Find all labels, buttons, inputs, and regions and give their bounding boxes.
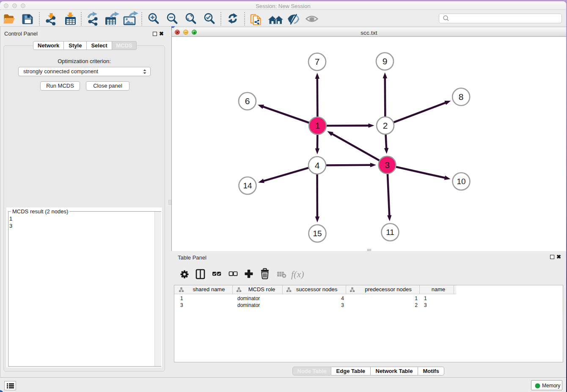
svg-text:4: 4 — [315, 160, 320, 170]
svg-text:2: 2 — [383, 121, 388, 130]
svg-text:15: 15 — [313, 229, 322, 238]
svg-text:3: 3 — [385, 160, 390, 170]
svg-text:7: 7 — [315, 57, 320, 66]
svg-text:f(x): f(x) — [291, 269, 304, 279]
svg-text:14: 14 — [243, 181, 252, 190]
svg-text:9: 9 — [383, 56, 388, 66]
svg-text:10: 10 — [457, 177, 465, 186]
svg-text:1: 1 — [315, 121, 320, 130]
svg-text:8: 8 — [459, 92, 464, 102]
svg-text:11: 11 — [386, 228, 394, 237]
svg-text:6: 6 — [245, 96, 250, 106]
